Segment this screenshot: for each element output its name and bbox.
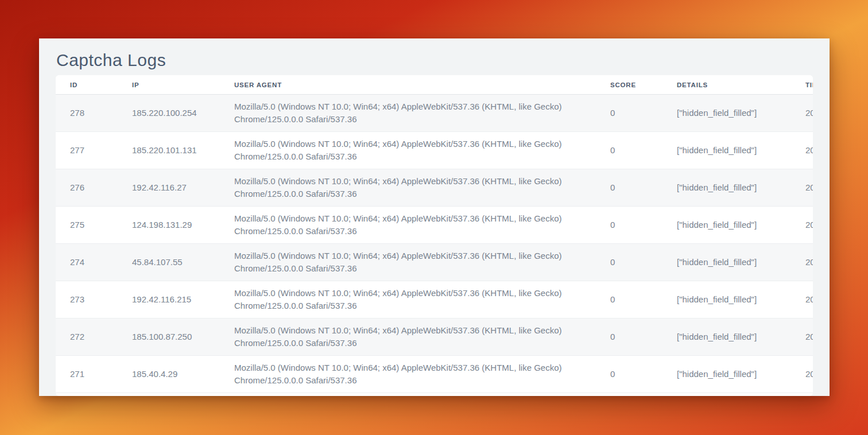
cell-details: ["hidden_field_filled"] <box>670 356 799 393</box>
page-background: { "app": { "title": "Captcha Logs" }, "c… <box>0 0 868 435</box>
cell-id: 275 <box>56 207 125 244</box>
cell-ip: 124.198.131.29 <box>125 207 227 244</box>
table-row: 273 192.42.116.215 Mozilla/5.0 (Windows … <box>56 281 813 319</box>
cell-timestamp: 2025-09-20 02:30:40 <box>799 281 813 319</box>
cell-user-agent: Mozilla/5.0 (Windows NT 10.0; Win64; x64… <box>227 319 603 356</box>
column-header-details: DETAILS <box>670 75 799 95</box>
table-header-row: IDIPUSER AGENTSCOREDETAILSTIMESTAMP <box>56 75 813 95</box>
cell-id: 271 <box>56 356 125 393</box>
table-body: 278 185.220.100.254 Mozilla/5.0 (Windows… <box>56 95 813 393</box>
cell-timestamp: 2025-09-20 02:29:40 <box>799 319 813 356</box>
cell-user-agent: Mozilla/5.0 (Windows NT 10.0; Win64; x64… <box>227 244 603 281</box>
captcha-logs-table: IDIPUSER AGENTSCOREDETAILSTIMESTAMP 278 … <box>56 75 813 393</box>
cell-id: 276 <box>56 169 125 207</box>
cell-ip: 185.220.100.254 <box>125 95 227 132</box>
cell-ip: 185.100.87.250 <box>125 319 227 356</box>
cell-score: 0 <box>603 207 670 244</box>
table-row: 275 124.198.131.29 Mozilla/5.0 (Windows … <box>56 207 813 244</box>
cell-user-agent: Mozilla/5.0 (Windows NT 10.0; Win64; x64… <box>227 356 603 393</box>
cell-ip: 45.84.107.55 <box>125 244 227 281</box>
cell-ip: 192.42.116.27 <box>125 169 227 207</box>
cell-score: 0 <box>603 132 670 169</box>
cell-score: 0 <box>603 319 670 356</box>
cell-details: ["hidden_field_filled"] <box>670 244 799 281</box>
cell-timestamp: 2025-09-20 03:03:06 <box>799 95 813 132</box>
cell-details: ["hidden_field_filled"] <box>670 169 799 207</box>
cell-timestamp: 2025-09-20 02:27:45 <box>799 356 813 393</box>
cell-ip: 192.42.116.215 <box>125 281 227 319</box>
cell-user-agent: Mozilla/5.0 (Windows NT 10.0; Win64; x64… <box>227 169 603 207</box>
table-row: 272 185.100.87.250 Mozilla/5.0 (Windows … <box>56 319 813 356</box>
table-row: 276 192.42.116.27 Mozilla/5.0 (Windows N… <box>56 169 813 207</box>
cell-id: 277 <box>56 132 125 169</box>
column-header-timestamp: TIMESTAMP <box>799 75 813 95</box>
cell-id: 274 <box>56 244 125 281</box>
table-row: 277 185.220.101.131 Mozilla/5.0 (Windows… <box>56 132 813 169</box>
table-row: 274 45.84.107.55 Mozilla/5.0 (Windows NT… <box>56 244 813 281</box>
cell-user-agent: Mozilla/5.0 (Windows NT 10.0; Win64; x64… <box>227 281 603 319</box>
column-header-ip: IP <box>125 75 227 95</box>
logs-table-container: IDIPUSER AGENTSCOREDETAILSTIMESTAMP 278 … <box>56 75 813 396</box>
cell-ip: 185.220.101.131 <box>125 132 227 169</box>
cell-timestamp: 2025-09-20 02:33:41 <box>799 244 813 281</box>
cell-details: ["hidden_field_filled"] <box>670 95 799 132</box>
cell-timestamp: 2025-09-20 03:00:19 <box>799 132 813 169</box>
table-head: IDIPUSER AGENTSCOREDETAILSTIMESTAMP <box>56 75 813 95</box>
cell-score: 0 <box>603 356 670 393</box>
cell-score: 0 <box>603 169 670 207</box>
cell-score: 0 <box>603 95 670 132</box>
cell-id: 272 <box>56 319 125 356</box>
table-row: 278 185.220.100.254 Mozilla/5.0 (Windows… <box>56 95 813 132</box>
page-title: Captcha Logs <box>56 51 812 70</box>
column-header-id: ID <box>56 75 125 95</box>
cell-id: 273 <box>56 281 125 319</box>
cell-timestamp: 2025-09-20 02:57:53 <box>799 169 813 207</box>
cell-details: ["hidden_field_filled"] <box>670 319 799 356</box>
column-header-score: SCORE <box>603 75 670 95</box>
cell-timestamp: 2025-09-20 02:37:41 <box>799 207 813 244</box>
cell-ip: 185.40.4.29 <box>125 356 227 393</box>
cell-details: ["hidden_field_filled"] <box>670 132 799 169</box>
table-row: 271 185.40.4.29 Mozilla/5.0 (Windows NT … <box>56 356 813 393</box>
cell-score: 0 <box>603 244 670 281</box>
cell-details: ["hidden_field_filled"] <box>670 207 799 244</box>
cell-user-agent: Mozilla/5.0 (Windows NT 10.0; Win64; x64… <box>227 95 603 132</box>
captcha-logs-card: Captcha Logs IDIPUSER AGENTSCOREDETAILST… <box>39 38 830 396</box>
column-header-user_agent: USER AGENT <box>227 75 603 95</box>
cell-details: ["hidden_field_filled"] <box>670 281 799 319</box>
cell-id: 278 <box>56 95 125 132</box>
cell-score: 0 <box>603 281 670 319</box>
cell-user-agent: Mozilla/5.0 (Windows NT 10.0; Win64; x64… <box>227 207 603 244</box>
cell-user-agent: Mozilla/5.0 (Windows NT 10.0; Win64; x64… <box>227 132 603 169</box>
